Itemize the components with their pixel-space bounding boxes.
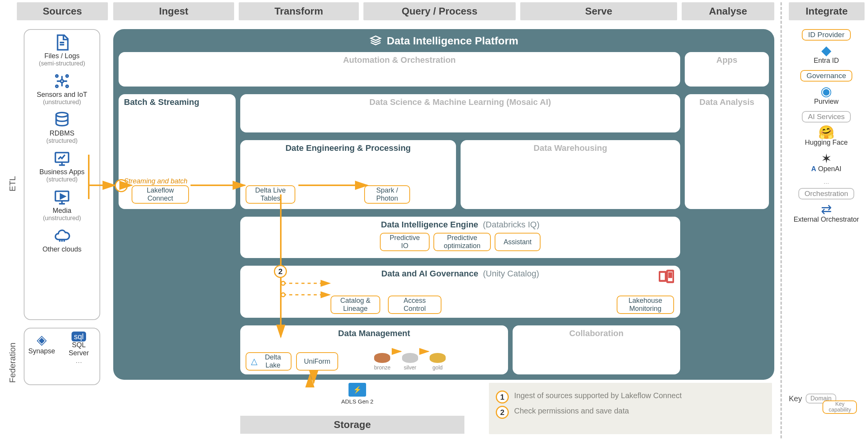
card-title: Date Engineering & Processing [246,143,451,153]
key-capability-chip: Key capability [822,400,857,414]
delta-icon: △ [251,356,257,366]
card-title: Data Science & Machine Learning (Mosaic … [246,97,675,107]
marker-2-icon: 2 [496,406,509,419]
openai-icon: ✶ [811,152,841,165]
card-automation: Automation & Orchestration [119,52,680,87]
source-sub: (unstructured) [37,99,87,106]
col-header-ingest: Ingest [113,2,234,20]
svg-point-3 [56,85,58,88]
source-sub: (unstructured) [43,215,81,222]
card-di-engine: Data Intelligence Engine (Databricks IQ)… [240,217,680,258]
key-label: Key [789,394,802,403]
cap-lakehouse-monitoring: Lakehouse Monitoring [617,296,674,314]
source-sub: (structured) [39,176,85,183]
adls-label: ADLS Gen 2 [341,398,373,405]
card-data-management: Data Management △ Delta Lake UniForm bro… [240,325,508,374]
cap-predictive-io: Predictive IO [380,233,430,251]
cloud-icon [53,227,71,245]
card-dsml: Data Science & Machine Learning (Mosaic … [240,94,680,132]
cap-delta-lake: △ Delta Lake [246,352,292,371]
cap-assistant: Assistant [495,233,541,251]
cap-lakeflow-connect: Lakeflow Connect [132,185,189,204]
chip-ai-services: AI Services [802,111,851,123]
source-sensors-iot: Sensors and IoT (unstructured) [37,72,87,106]
legend-text-2: Check permissions and save data [514,406,629,416]
svg-point-1 [56,75,58,77]
card-title: Data Intelligence Engine (Databricks IQ) [246,220,675,230]
card-governance: Data and AI Governance (Unity Catalog) C… [240,266,680,318]
cap-spark-photon: Spark / Photon [364,185,410,204]
card-title: Automation & Orchestration [124,55,675,65]
entra-icon: ◆ [814,44,839,57]
int-purview: ◉ Purview [814,85,839,106]
marker-1: 1 [115,179,128,192]
synapse-icon: ◈ [37,332,47,347]
chip-id-provider: ID Provider [802,29,850,41]
col-header-integrate: Integrate [789,2,865,20]
purview-icon: ◉ [814,85,839,98]
cap-access-control: Access Control [388,296,441,314]
svg-point-5 [56,113,68,117]
source-label: Business Apps [39,168,85,176]
cap-delta-live-tables: Delta Live Tables [246,185,295,204]
integrate-divider [780,2,782,438]
chip-governance: Governance [800,70,852,82]
source-label: Other clouds [42,245,81,253]
source-media: Media (unstructured) [43,188,81,222]
federation-panel: ◈ Synapse sql SQL Server … [24,328,100,385]
source-label: Media [52,207,71,214]
storage-header: Storage [240,416,464,434]
int-entra-id: ◆ Entra ID [814,44,839,65]
int-ext-orchestrator: ⇄ External Orchestrator [793,203,859,224]
svg-point-4 [66,85,68,88]
col-header-serve: Serve [520,2,677,20]
platform-title: Data Intelligence Platform [119,34,769,47]
cap-uniform: UniForm [296,352,338,371]
sqlserver-icon: sql [72,332,86,341]
play-monitor-icon [53,188,71,206]
fed-label: SQL Server [69,341,89,357]
card-title: Data Management [246,328,503,338]
col-header-transform: Transform [239,2,359,20]
huggingface-icon: 🤗 [805,126,848,139]
card-apps: Apps [685,52,769,87]
card-data-warehousing: Data Warehousing [461,140,680,209]
medallion-silver: silver [402,353,418,371]
fed-synapse: ◈ Synapse [28,332,55,355]
catalog-icon [659,270,674,284]
chip-orchestration: Orchestration [798,188,854,199]
source-business-apps: Business Apps (structured) [39,150,85,183]
card-title: Batch & Streaming [124,97,230,107]
source-sub: (semi-structured) [39,60,85,67]
chart-monitor-icon [53,150,71,167]
vlabel-etl: ETL [8,176,18,191]
marker-1-icon: 1 [496,390,509,404]
fed-sqlserver: sql SQL Server … [62,332,96,365]
source-label: Sensors and IoT [37,91,87,98]
int-hugging-face: 🤗 Hugging Face [805,126,848,147]
marker-2: 2 [274,265,287,278]
streaming-annotation: Streaming and batch [124,177,187,185]
card-collaboration: Collaboration [513,325,680,374]
svg-rect-8 [660,272,666,281]
fed-label: Synapse [28,347,55,355]
medallion-bronze: bronze [374,353,391,371]
fed-ellipsis: … [75,357,82,364]
source-label: Files / Logs [44,52,80,60]
col-header-query: Query / Process [363,2,516,20]
integrate-panel: ID Provider ◆ Entra ID Governance ◉ Purv… [788,29,865,226]
card-de-proc: Date Engineering & Processing Delta Live… [240,140,456,209]
storage-adls: ⚡ ADLS Gen 2 [341,383,373,405]
int-ellipsis: … [824,178,829,185]
card-title: Data and AI Governance (Unity Catalog) [246,269,675,279]
source-sub: (structured) [46,137,78,144]
database-icon [53,111,71,129]
col-header-analyse: Analyse [682,2,774,20]
platform-frame: Data Intelligence Platform Automation & … [113,29,774,380]
file-icon [53,34,71,51]
iot-icon [53,72,71,90]
source-other-clouds: Other clouds [42,227,81,253]
source-label: RDBMS [49,129,74,137]
legend-box: 1 Ingest of sources supported by Lakeflo… [489,383,772,434]
card-title: Collaboration [518,328,675,338]
